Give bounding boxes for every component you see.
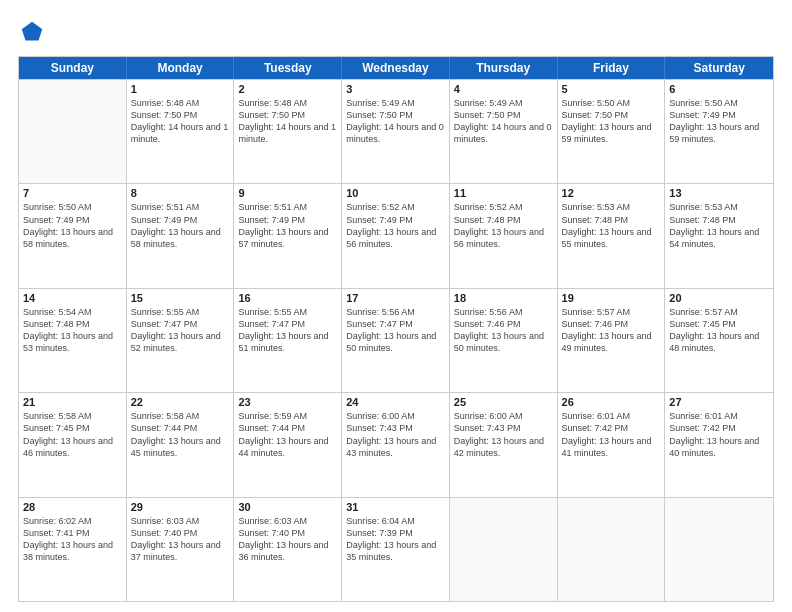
day-number: 9 — [238, 187, 337, 199]
day-info: Sunrise: 5:51 AMSunset: 7:49 PMDaylight:… — [238, 201, 337, 250]
day-number: 22 — [131, 396, 230, 408]
daylight-label: Daylight: 13 hours and 53 minutes. — [23, 331, 113, 353]
calendar-cell-25: 25Sunrise: 6:00 AMSunset: 7:43 PMDayligh… — [450, 393, 558, 496]
calendar-week-4: 21Sunrise: 5:58 AMSunset: 7:45 PMDayligh… — [19, 392, 773, 496]
calendar-cell-empty — [450, 498, 558, 601]
sunset-label: Sunset: 7:50 PM — [238, 110, 305, 120]
sunset-label: Sunset: 7:46 PM — [454, 319, 521, 329]
calendar-cell-5: 5Sunrise: 5:50 AMSunset: 7:50 PMDaylight… — [558, 80, 666, 183]
sunrise-label: Sunrise: 6:01 AM — [562, 411, 631, 421]
day-info: Sunrise: 5:53 AMSunset: 7:48 PMDaylight:… — [669, 201, 769, 250]
sunset-label: Sunset: 7:48 PM — [562, 215, 629, 225]
sunset-label: Sunset: 7:49 PM — [346, 215, 413, 225]
calendar-cell-16: 16Sunrise: 5:55 AMSunset: 7:47 PMDayligh… — [234, 289, 342, 392]
sunset-label: Sunset: 7:50 PM — [454, 110, 521, 120]
sunrise-label: Sunrise: 5:57 AM — [669, 307, 738, 317]
daylight-label: Daylight: 13 hours and 57 minutes. — [238, 227, 328, 249]
calendar-cell-13: 13Sunrise: 5:53 AMSunset: 7:48 PMDayligh… — [665, 184, 773, 287]
calendar-header-wednesday: Wednesday — [342, 57, 450, 79]
day-number: 29 — [131, 501, 230, 513]
svg-marker-0 — [22, 22, 43, 41]
calendar-cell-4: 4Sunrise: 5:49 AMSunset: 7:50 PMDaylight… — [450, 80, 558, 183]
calendar-cell-empty — [558, 498, 666, 601]
calendar-header-row: SundayMondayTuesdayWednesdayThursdayFrid… — [19, 57, 773, 79]
calendar-cell-6: 6Sunrise: 5:50 AMSunset: 7:49 PMDaylight… — [665, 80, 773, 183]
day-number: 25 — [454, 396, 553, 408]
sunrise-label: Sunrise: 6:01 AM — [669, 411, 738, 421]
day-number: 14 — [23, 292, 122, 304]
calendar-body: 1Sunrise: 5:48 AMSunset: 7:50 PMDaylight… — [19, 79, 773, 601]
sunset-label: Sunset: 7:48 PM — [669, 215, 736, 225]
sunrise-label: Sunrise: 5:57 AM — [562, 307, 631, 317]
calendar-cell-empty — [665, 498, 773, 601]
sunset-label: Sunset: 7:47 PM — [238, 319, 305, 329]
day-info: Sunrise: 5:57 AMSunset: 7:46 PMDaylight:… — [562, 306, 661, 355]
sunset-label: Sunset: 7:40 PM — [238, 528, 305, 538]
daylight-label: Daylight: 13 hours and 43 minutes. — [346, 436, 436, 458]
calendar-cell-20: 20Sunrise: 5:57 AMSunset: 7:45 PMDayligh… — [665, 289, 773, 392]
calendar-cell-9: 9Sunrise: 5:51 AMSunset: 7:49 PMDaylight… — [234, 184, 342, 287]
calendar-cell-19: 19Sunrise: 5:57 AMSunset: 7:46 PMDayligh… — [558, 289, 666, 392]
sunrise-label: Sunrise: 5:48 AM — [238, 98, 307, 108]
sunset-label: Sunset: 7:49 PM — [238, 215, 305, 225]
sunset-label: Sunset: 7:44 PM — [131, 423, 198, 433]
sunset-label: Sunset: 7:43 PM — [346, 423, 413, 433]
calendar-header-saturday: Saturday — [665, 57, 773, 79]
day-number: 6 — [669, 83, 769, 95]
daylight-label: Daylight: 14 hours and 1 minute. — [131, 122, 229, 144]
calendar-week-1: 1Sunrise: 5:48 AMSunset: 7:50 PMDaylight… — [19, 79, 773, 183]
daylight-label: Daylight: 13 hours and 54 minutes. — [669, 227, 759, 249]
sunrise-label: Sunrise: 5:50 AM — [23, 202, 92, 212]
sunrise-label: Sunrise: 6:03 AM — [238, 516, 307, 526]
calendar-cell-18: 18Sunrise: 5:56 AMSunset: 7:46 PMDayligh… — [450, 289, 558, 392]
daylight-label: Daylight: 13 hours and 52 minutes. — [131, 331, 221, 353]
day-number: 28 — [23, 501, 122, 513]
day-number: 1 — [131, 83, 230, 95]
sunset-label: Sunset: 7:48 PM — [23, 319, 90, 329]
day-number: 16 — [238, 292, 337, 304]
sunrise-label: Sunrise: 6:02 AM — [23, 516, 92, 526]
sunset-label: Sunset: 7:45 PM — [23, 423, 90, 433]
sunset-label: Sunset: 7:39 PM — [346, 528, 413, 538]
day-info: Sunrise: 5:49 AMSunset: 7:50 PMDaylight:… — [454, 97, 553, 146]
sunset-label: Sunset: 7:50 PM — [131, 110, 198, 120]
sunset-label: Sunset: 7:47 PM — [346, 319, 413, 329]
day-info: Sunrise: 5:48 AMSunset: 7:50 PMDaylight:… — [238, 97, 337, 146]
day-info: Sunrise: 5:55 AMSunset: 7:47 PMDaylight:… — [238, 306, 337, 355]
sunset-label: Sunset: 7:50 PM — [346, 110, 413, 120]
day-number: 5 — [562, 83, 661, 95]
sunrise-label: Sunrise: 5:58 AM — [23, 411, 92, 421]
sunrise-label: Sunrise: 5:56 AM — [346, 307, 415, 317]
day-number: 27 — [669, 396, 769, 408]
sunset-label: Sunset: 7:48 PM — [454, 215, 521, 225]
daylight-label: Daylight: 13 hours and 58 minutes. — [131, 227, 221, 249]
sunset-label: Sunset: 7:50 PM — [562, 110, 629, 120]
sunrise-label: Sunrise: 5:56 AM — [454, 307, 523, 317]
daylight-label: Daylight: 13 hours and 35 minutes. — [346, 540, 436, 562]
day-info: Sunrise: 6:03 AMSunset: 7:40 PMDaylight:… — [131, 515, 230, 564]
day-info: Sunrise: 6:00 AMSunset: 7:43 PMDaylight:… — [346, 410, 445, 459]
day-number: 2 — [238, 83, 337, 95]
day-number: 10 — [346, 187, 445, 199]
day-info: Sunrise: 5:57 AMSunset: 7:45 PMDaylight:… — [669, 306, 769, 355]
sunset-label: Sunset: 7:40 PM — [131, 528, 198, 538]
calendar-cell-11: 11Sunrise: 5:52 AMSunset: 7:48 PMDayligh… — [450, 184, 558, 287]
day-info: Sunrise: 5:49 AMSunset: 7:50 PMDaylight:… — [346, 97, 445, 146]
day-number: 18 — [454, 292, 553, 304]
day-number: 31 — [346, 501, 445, 513]
day-number: 3 — [346, 83, 445, 95]
daylight-label: Daylight: 13 hours and 58 minutes. — [23, 227, 113, 249]
calendar-cell-27: 27Sunrise: 6:01 AMSunset: 7:42 PMDayligh… — [665, 393, 773, 496]
sunset-label: Sunset: 7:44 PM — [238, 423, 305, 433]
day-info: Sunrise: 5:53 AMSunset: 7:48 PMDaylight:… — [562, 201, 661, 250]
calendar-cell-8: 8Sunrise: 5:51 AMSunset: 7:49 PMDaylight… — [127, 184, 235, 287]
daylight-label: Daylight: 13 hours and 56 minutes. — [346, 227, 436, 249]
daylight-label: Daylight: 13 hours and 50 minutes. — [346, 331, 436, 353]
sunset-label: Sunset: 7:47 PM — [131, 319, 198, 329]
calendar-header-tuesday: Tuesday — [234, 57, 342, 79]
daylight-label: Daylight: 14 hours and 0 minutes. — [454, 122, 552, 144]
calendar-cell-14: 14Sunrise: 5:54 AMSunset: 7:48 PMDayligh… — [19, 289, 127, 392]
calendar-cell-24: 24Sunrise: 6:00 AMSunset: 7:43 PMDayligh… — [342, 393, 450, 496]
sunset-label: Sunset: 7:49 PM — [669, 110, 736, 120]
sunset-label: Sunset: 7:42 PM — [669, 423, 736, 433]
